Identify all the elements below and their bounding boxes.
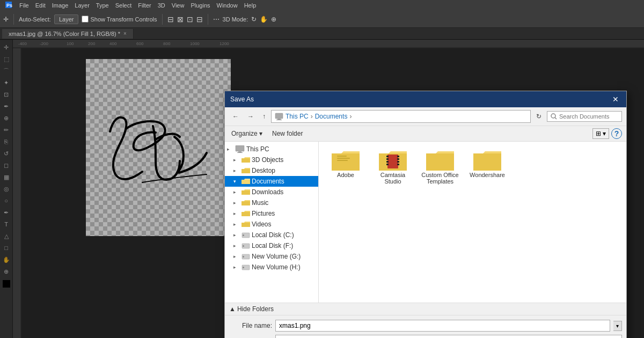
- path-part-1[interactable]: This PC: [286, 113, 309, 120]
- svg-rect-32: [387, 155, 398, 168]
- tab-xmas1[interactable]: xmas1.jpg @ 16.7% (Color Fill 1, RGB/8) …: [2, 29, 134, 39]
- tree-label-localc: Local Disk (C:): [252, 231, 294, 239]
- savetype-row: Save as type: PNG (*.PNG;*.PNG): [229, 335, 622, 338]
- dialog-titlebar: Save As ✕: [225, 91, 626, 107]
- tree-item-documents[interactable]: ▾ Documents: [225, 176, 318, 187]
- layer-dropdown[interactable]: Layer: [54, 14, 79, 24]
- align-right-icon[interactable]: ⊡: [187, 15, 193, 24]
- dialog-body: ▸ This PC ▸ 3D Objects: [225, 142, 626, 303]
- menu-window[interactable]: Window: [217, 2, 238, 9]
- menu-file[interactable]: File: [19, 2, 29, 9]
- toolbar: ✛ Auto-Select: Layer Show Transform Cont…: [0, 11, 644, 28]
- menu-select[interactable]: Select: [115, 2, 132, 9]
- tree-label-pictures: Pictures: [252, 210, 275, 217]
- menu-bar: Ps File Edit Image Layer Type Select Fil…: [0, 0, 644, 11]
- 3d-pan-icon[interactable]: ✋: [260, 16, 268, 23]
- more-icon[interactable]: ⋯: [213, 16, 219, 23]
- tree-item-localf[interactable]: ▸ Local Disk (F:): [225, 240, 318, 251]
- view-toggle-button[interactable]: ⊞ ▾: [592, 128, 609, 139]
- svg-point-28: [243, 267, 244, 268]
- file-label-custom-office: Custom Office Templates: [421, 172, 459, 185]
- svg-rect-18: [236, 145, 244, 151]
- tree-panel: ▸ This PC ▸ 3D Objects: [225, 142, 319, 303]
- 3d-rotate-icon[interactable]: ↻: [251, 16, 257, 23]
- tree-item-desktop[interactable]: ▸ Desktop: [225, 165, 318, 176]
- tree-item-pictures[interactable]: ▸ Pictures: [225, 208, 318, 219]
- nav-path[interactable]: This PC › Documents ›: [271, 110, 531, 123]
- svg-rect-33: [386, 156, 389, 157]
- menu-layer[interactable]: Layer: [75, 2, 90, 9]
- search-box[interactable]: [547, 111, 622, 122]
- computer-small-icon: [235, 145, 245, 153]
- tree-item-volumeh[interactable]: ▸ New Volume (H:): [225, 262, 318, 273]
- file-label-camtasia: Camtasia Studio: [374, 172, 412, 185]
- organize-button[interactable]: Organize ▾: [229, 129, 265, 138]
- tree-arrow-thispc: ▸: [227, 146, 233, 152]
- nav-forward-button[interactable]: →: [244, 111, 257, 122]
- menu-view[interactable]: View: [172, 2, 185, 9]
- hide-folders-row: ▲ Hide Folders: [225, 303, 626, 315]
- transform-toggle[interactable]: [82, 16, 89, 23]
- tree-item-localc[interactable]: ▸ Local Disk (C:): [225, 230, 318, 240]
- tab-close-button[interactable]: ×: [123, 31, 127, 36]
- tree-item-music[interactable]: ▸ Music: [225, 197, 318, 208]
- nav-back-button[interactable]: ←: [229, 111, 242, 122]
- tree-item-3d[interactable]: ▸ 3D Objects: [225, 155, 318, 165]
- align-left-icon[interactable]: ⊟: [167, 15, 174, 24]
- search-input[interactable]: [559, 113, 613, 120]
- svg-rect-19: [238, 151, 241, 152]
- tree-item-volumeg[interactable]: ▸ New Volume (G:): [225, 251, 318, 262]
- menu-help[interactable]: Help: [244, 2, 257, 9]
- tree-item-videos[interactable]: ▸ Videos: [225, 219, 318, 230]
- align-center-icon[interactable]: ⊠: [177, 15, 184, 24]
- menu-plugins[interactable]: Plugins: [191, 2, 210, 9]
- filename-label: File name:: [229, 322, 272, 329]
- nav-up-button[interactable]: ↑: [259, 111, 269, 122]
- savetype-select[interactable]: PNG (*.PNG;*.PNG): [275, 335, 622, 338]
- align-top-icon[interactable]: ⊟: [196, 15, 203, 24]
- hide-folders-arrow: ▲: [229, 305, 236, 313]
- tree-arrow-desktop: ▸: [233, 168, 240, 173]
- nav-refresh-button[interactable]: ↻: [533, 111, 545, 122]
- dialog-close-button[interactable]: ✕: [610, 94, 621, 104]
- auto-select-label: Auto-Select:: [19, 16, 51, 23]
- dialog-toolbar: Organize ▾ New folder ⊞ ▾ ?: [225, 126, 626, 142]
- main-area: ✛ ⬚ ⌒ ✦ ⊡ ✒ ⊕ ✏ ⎘ ↺ ◻ ▦ ◎ ○ ✒ T △ □ ✋ ⊕ …: [0, 40, 644, 338]
- 3d-zoom-icon[interactable]: ⊕: [271, 16, 276, 23]
- new-folder-button[interactable]: New folder: [269, 129, 306, 138]
- file-item-adobe[interactable]: Adobe: [324, 147, 367, 187]
- menu-ps[interactable]: Ps: [4, 1, 13, 10]
- svg-point-22: [243, 234, 244, 236]
- tree-arrow-music: ▸: [233, 200, 240, 205]
- folder-desktop-icon: [241, 167, 250, 174]
- filename-dropdown-arrow[interactable]: ▾: [613, 321, 622, 331]
- filename-row: File name: ▾: [229, 320, 622, 332]
- file-item-custom-office[interactable]: Custom Office Templates: [419, 147, 462, 187]
- file-item-camtasia[interactable]: Camtasia Studio: [371, 147, 414, 187]
- transform-checkbox[interactable]: Show Transform Controls: [82, 16, 157, 23]
- svg-line-17: [555, 117, 557, 119]
- dialog-title: Save As: [230, 95, 254, 103]
- menu-image[interactable]: Image: [52, 2, 69, 9]
- tab-bar: xmas1.jpg @ 16.7% (Color Fill 1, RGB/8) …: [0, 28, 644, 40]
- menu-type[interactable]: Type: [96, 2, 109, 9]
- svg-rect-34: [386, 158, 389, 160]
- file-item-wondershare[interactable]: Wondershare: [466, 147, 509, 187]
- menu-3d[interactable]: 3D: [158, 2, 165, 9]
- help-button[interactable]: ?: [611, 128, 622, 139]
- drive-f-icon: [241, 243, 250, 249]
- path-part-2[interactable]: Documents: [315, 113, 348, 120]
- tree-arrow-videos: ▸: [233, 222, 240, 227]
- dialog-nav: ← → ↑ This PC › Documents › ↻: [225, 107, 626, 126]
- filename-input[interactable]: [275, 320, 610, 332]
- svg-point-24: [243, 245, 244, 247]
- tree-item-thispc[interactable]: ▸ This PC: [225, 144, 318, 155]
- menu-filter[interactable]: Filter: [138, 2, 151, 9]
- move-tool-icon[interactable]: ✛: [3, 16, 9, 23]
- tree-item-downloads[interactable]: ▸ Downloads: [225, 187, 318, 197]
- file-label-wondershare: Wondershare: [470, 172, 505, 178]
- hide-folders-button[interactable]: ▲ Hide Folders: [229, 305, 274, 313]
- svg-rect-40: [397, 164, 399, 165]
- folder-camtasia-icon: [379, 149, 407, 172]
- menu-edit[interactable]: Edit: [35, 2, 46, 9]
